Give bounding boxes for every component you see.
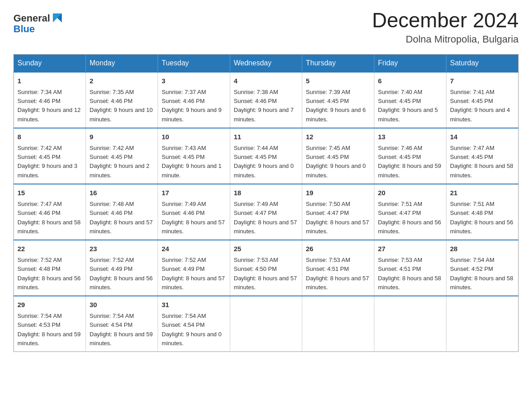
day-info: Sunrise: 7:53 AMSunset: 4:51 PMDaylight:… — [378, 256, 442, 292]
day-info: Sunrise: 7:54 AMSunset: 4:54 PMDaylight:… — [90, 312, 154, 348]
day-number: 29 — [17, 300, 82, 310]
calendar-week-row: 22Sunrise: 7:52 AMSunset: 4:48 PMDayligh… — [14, 240, 519, 296]
title-section: December 2024 Dolna Mitropolia, Bulgaria — [372, 9, 519, 45]
svg-text:Blue: Blue — [13, 23, 35, 34]
day-number: 31 — [162, 300, 226, 310]
calendar-cell — [302, 296, 374, 352]
weekday-header-sunday: Sunday — [14, 54, 86, 72]
calendar-cell: 26Sunrise: 7:53 AMSunset: 4:51 PMDayligh… — [302, 240, 374, 296]
day-info: Sunrise: 7:53 AMSunset: 4:51 PMDaylight:… — [306, 256, 370, 292]
calendar-week-row: 1Sunrise: 7:34 AMSunset: 4:46 PMDaylight… — [14, 72, 519, 128]
day-info: Sunrise: 7:52 AMSunset: 4:49 PMDaylight:… — [162, 256, 226, 292]
calendar-cell: 19Sunrise: 7:50 AMSunset: 4:47 PMDayligh… — [302, 184, 374, 240]
calendar-cell: 11Sunrise: 7:44 AMSunset: 4:45 PMDayligh… — [230, 128, 302, 184]
calendar-cell: 23Sunrise: 7:52 AMSunset: 4:49 PMDayligh… — [86, 240, 158, 296]
day-number: 30 — [90, 300, 154, 310]
calendar-cell: 8Sunrise: 7:42 AMSunset: 4:45 PMDaylight… — [14, 128, 86, 184]
day-info: Sunrise: 7:34 AMSunset: 4:46 PMDaylight:… — [17, 88, 82, 124]
calendar-cell: 6Sunrise: 7:40 AMSunset: 4:45 PMDaylight… — [374, 72, 446, 128]
day-info: Sunrise: 7:35 AMSunset: 4:46 PMDaylight:… — [90, 88, 154, 124]
day-info: Sunrise: 7:45 AMSunset: 4:45 PMDaylight:… — [306, 144, 370, 180]
calendar-cell: 28Sunrise: 7:54 AMSunset: 4:52 PMDayligh… — [446, 240, 519, 296]
svg-text:General: General — [13, 13, 50, 24]
day-number: 14 — [450, 132, 515, 142]
weekday-header-friday: Friday — [374, 54, 446, 72]
day-number: 3 — [162, 76, 226, 86]
calendar-cell: 12Sunrise: 7:45 AMSunset: 4:45 PMDayligh… — [302, 128, 374, 184]
calendar-cell: 29Sunrise: 7:54 AMSunset: 4:53 PMDayligh… — [14, 296, 86, 352]
day-number: 5 — [306, 76, 370, 86]
day-number: 18 — [234, 188, 298, 198]
calendar-table: SundayMondayTuesdayWednesdayThursdayFrid… — [13, 54, 519, 352]
calendar-cell: 10Sunrise: 7:43 AMSunset: 4:45 PMDayligh… — [158, 128, 230, 184]
weekday-header-monday: Monday — [86, 54, 158, 72]
day-info: Sunrise: 7:41 AMSunset: 4:45 PMDaylight:… — [450, 88, 515, 124]
day-number: 21 — [450, 188, 515, 198]
day-number: 24 — [162, 244, 226, 254]
calendar-cell: 21Sunrise: 7:51 AMSunset: 4:48 PMDayligh… — [446, 184, 519, 240]
day-info: Sunrise: 7:48 AMSunset: 4:46 PMDaylight:… — [90, 200, 154, 236]
day-number: 28 — [450, 244, 515, 254]
day-info: Sunrise: 7:39 AMSunset: 4:45 PMDaylight:… — [306, 88, 370, 124]
calendar-cell: 3Sunrise: 7:37 AMSunset: 4:46 PMDaylight… — [158, 72, 230, 128]
calendar-cell — [374, 296, 446, 352]
day-number: 4 — [234, 76, 298, 86]
calendar-cell: 30Sunrise: 7:54 AMSunset: 4:54 PMDayligh… — [86, 296, 158, 352]
day-number: 16 — [90, 188, 154, 198]
day-info: Sunrise: 7:52 AMSunset: 4:48 PMDaylight:… — [17, 256, 82, 292]
calendar-cell: 13Sunrise: 7:46 AMSunset: 4:45 PMDayligh… — [374, 128, 446, 184]
calendar-cell — [230, 296, 302, 352]
calendar-week-row: 8Sunrise: 7:42 AMSunset: 4:45 PMDaylight… — [14, 128, 519, 184]
day-info: Sunrise: 7:47 AMSunset: 4:46 PMDaylight:… — [17, 200, 82, 236]
calendar-cell: 7Sunrise: 7:41 AMSunset: 4:45 PMDaylight… — [446, 72, 519, 128]
calendar-cell — [446, 296, 519, 352]
weekday-header-row: SundayMondayTuesdayWednesdayThursdayFrid… — [14, 54, 519, 72]
day-number: 17 — [162, 188, 226, 198]
location: Dolna Mitropolia, Bulgaria — [372, 34, 519, 45]
day-info: Sunrise: 7:54 AMSunset: 4:53 PMDaylight:… — [17, 312, 82, 348]
day-info: Sunrise: 7:37 AMSunset: 4:46 PMDaylight:… — [162, 88, 226, 124]
calendar-cell: 31Sunrise: 7:54 AMSunset: 4:54 PMDayligh… — [158, 296, 230, 352]
calendar-cell: 9Sunrise: 7:42 AMSunset: 4:45 PMDaylight… — [86, 128, 158, 184]
day-info: Sunrise: 7:42 AMSunset: 4:45 PMDaylight:… — [90, 144, 154, 180]
day-info: Sunrise: 7:54 AMSunset: 4:52 PMDaylight:… — [450, 256, 515, 292]
calendar-cell: 27Sunrise: 7:53 AMSunset: 4:51 PMDayligh… — [374, 240, 446, 296]
day-info: Sunrise: 7:49 AMSunset: 4:47 PMDaylight:… — [234, 200, 298, 236]
day-number: 26 — [306, 244, 370, 254]
month-title: December 2024 — [372, 9, 519, 32]
logo: General Blue — [13, 9, 67, 38]
day-info: Sunrise: 7:47 AMSunset: 4:45 PMDaylight:… — [450, 144, 515, 180]
day-number: 12 — [306, 132, 370, 142]
day-number: 7 — [450, 76, 515, 86]
day-info: Sunrise: 7:38 AMSunset: 4:46 PMDaylight:… — [234, 88, 298, 124]
calendar-cell: 24Sunrise: 7:52 AMSunset: 4:49 PMDayligh… — [158, 240, 230, 296]
weekday-header-thursday: Thursday — [302, 54, 374, 72]
day-info: Sunrise: 7:40 AMSunset: 4:45 PMDaylight:… — [378, 88, 442, 124]
calendar-cell: 15Sunrise: 7:47 AMSunset: 4:46 PMDayligh… — [14, 184, 86, 240]
day-number: 8 — [17, 132, 82, 142]
day-number: 23 — [90, 244, 154, 254]
page-header: General Blue December 2024 Dolna Mitropo… — [13, 9, 519, 45]
weekday-header-tuesday: Tuesday — [158, 54, 230, 72]
day-info: Sunrise: 7:42 AMSunset: 4:45 PMDaylight:… — [17, 144, 82, 180]
calendar-cell: 5Sunrise: 7:39 AMSunset: 4:45 PMDaylight… — [302, 72, 374, 128]
day-info: Sunrise: 7:51 AMSunset: 4:48 PMDaylight:… — [450, 200, 515, 236]
day-number: 20 — [378, 188, 442, 198]
day-info: Sunrise: 7:50 AMSunset: 4:47 PMDaylight:… — [306, 200, 370, 236]
day-info: Sunrise: 7:51 AMSunset: 4:47 PMDaylight:… — [378, 200, 442, 236]
calendar-week-row: 29Sunrise: 7:54 AMSunset: 4:53 PMDayligh… — [14, 296, 519, 352]
calendar-cell: 1Sunrise: 7:34 AMSunset: 4:46 PMDaylight… — [14, 72, 86, 128]
day-number: 27 — [378, 244, 442, 254]
day-info: Sunrise: 7:46 AMSunset: 4:45 PMDaylight:… — [378, 144, 442, 180]
day-info: Sunrise: 7:43 AMSunset: 4:45 PMDaylight:… — [162, 144, 226, 180]
calendar-cell: 22Sunrise: 7:52 AMSunset: 4:48 PMDayligh… — [14, 240, 86, 296]
calendar-cell: 17Sunrise: 7:49 AMSunset: 4:46 PMDayligh… — [158, 184, 230, 240]
day-info: Sunrise: 7:53 AMSunset: 4:50 PMDaylight:… — [234, 256, 298, 292]
calendar-week-row: 15Sunrise: 7:47 AMSunset: 4:46 PMDayligh… — [14, 184, 519, 240]
day-number: 25 — [234, 244, 298, 254]
day-info: Sunrise: 7:54 AMSunset: 4:54 PMDaylight:… — [162, 312, 226, 348]
day-number: 11 — [234, 132, 298, 142]
weekday-header-wednesday: Wednesday — [230, 54, 302, 72]
day-number: 13 — [378, 132, 442, 142]
day-number: 9 — [90, 132, 154, 142]
